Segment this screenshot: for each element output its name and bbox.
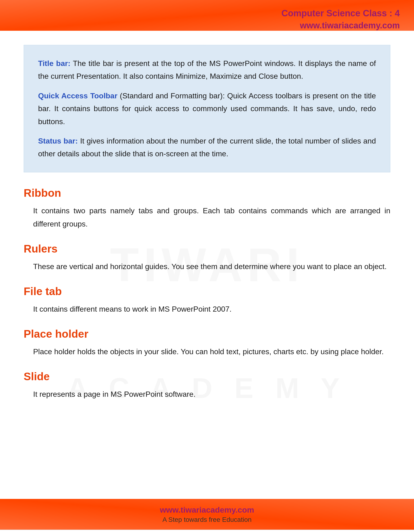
page-number: 3 xyxy=(0,530,414,532)
section-body-0: It contains two parts namely tabs and gr… xyxy=(24,204,390,230)
sections-container: RibbonIt contains two parts namely tabs … xyxy=(24,187,390,401)
quick-access-paragraph: Quick Access Toolbar (Standard and Forma… xyxy=(38,89,376,128)
section-body-2: It contains different means to work in M… xyxy=(24,302,390,316)
section-heading-4: Slide xyxy=(24,370,390,383)
status-bar-desc: It gives information about the number of… xyxy=(38,137,376,158)
status-bar-paragraph: Status bar: It gives information about t… xyxy=(38,134,376,160)
section-heading-2: File tab xyxy=(24,285,390,298)
footer-tagline: A Step towards free Education xyxy=(163,516,252,523)
title-bar-paragraph: Title bar: The title bar is present at t… xyxy=(38,57,376,83)
header-website: www.tiwariacademy.com xyxy=(281,20,400,31)
status-bar-term: Status bar: xyxy=(38,137,78,145)
bottom-bar: www.tiwariacademy.com A Step towards fre… xyxy=(0,499,414,530)
title-bar-desc: The title bar is present at the top of t… xyxy=(38,59,376,80)
footer-website: www.tiwariacademy.com xyxy=(160,505,254,514)
section-body-4: It represents a page in MS PowerPoint so… xyxy=(24,388,390,401)
section-heading-3: Place holder xyxy=(24,327,390,340)
section-heading-1: Rulers xyxy=(24,242,390,255)
info-box: Title bar: The title bar is present at t… xyxy=(24,45,390,172)
quick-access-term: Quick Access Toolbar xyxy=(38,92,117,100)
page-wrapper: Computer Science Class : 4 www.tiwariaca… xyxy=(0,0,414,532)
section-body-3: Place holder holds the objects in your s… xyxy=(24,345,390,358)
header-title: Computer Science Class : 4 xyxy=(281,7,400,20)
title-bar-term: Title bar: xyxy=(38,59,70,68)
section-heading-0: Ribbon xyxy=(24,187,390,199)
section-body-1: These are vertical and horizontal guides… xyxy=(24,260,390,273)
header-text: Computer Science Class : 4 www.tiwariaca… xyxy=(281,7,400,32)
content-inner: Title bar: The title bar is present at t… xyxy=(24,45,390,401)
top-bar: Computer Science Class : 4 www.tiwariaca… xyxy=(0,0,414,31)
main-content: TIWARI A C A D E M Y Title bar: The titl… xyxy=(0,31,414,499)
